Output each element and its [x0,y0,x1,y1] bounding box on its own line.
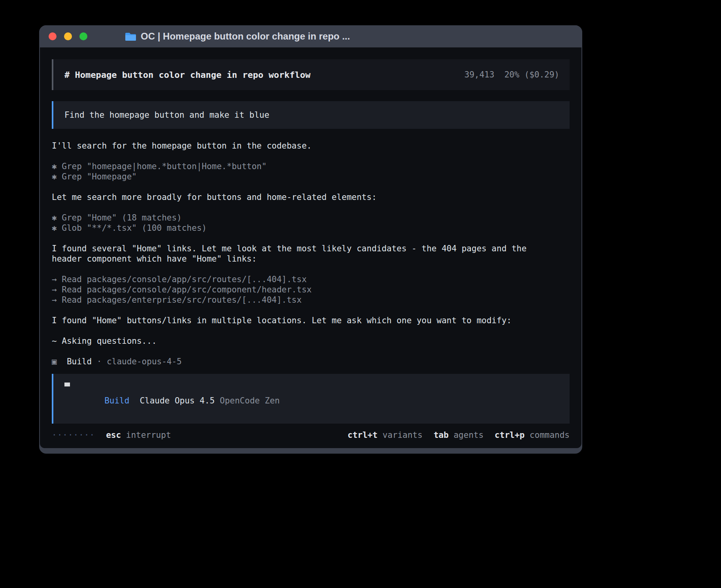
shortcut-key: tab [434,430,449,440]
terminal-line [52,233,570,243]
terminal-line: → Read packages/enterprise/src/routes/[.… [52,295,570,305]
esc-key-hint: esc [106,430,121,440]
terminal-line: → Read packages/console/app/src/componen… [52,285,570,295]
terminal-line: ✱ Grep "homepage|home.*button|Home.*butt… [52,161,570,172]
minimize-button[interactable] [64,32,72,40]
terminal-content: # Homepage button color change in repo w… [40,47,581,448]
spinner-dots: ········ [52,430,95,440]
prompt-input[interactable]: BuildClaude Opus 4.5OpenCode Zen [52,374,570,424]
terminal-text-segment: I found several "Home" links. Let me loo… [52,244,527,253]
shortcut-variants: ctrl+t variants [347,430,423,440]
terminal-text-segment: ✱ Grep "Homepage" [52,172,137,181]
terminal-text-segment: ✱ Grep "homepage|home.*button|Home.*butt… [52,162,267,171]
terminal-line: I'll search for the homepage button in t… [52,141,570,151]
shortcut-label: commands [525,430,570,440]
interrupt-label: interrupt [121,430,171,440]
terminal-line: ✱ Grep "Homepage" [52,172,570,182]
window-titlebar[interactable]: OC | Homepage button color change in rep… [39,25,582,47]
terminal-text-segment: ✱ Glob "**/*.tsx" (100 matches) [52,223,207,233]
mode-label[interactable]: Build [104,396,129,405]
terminal-text-segment: Build [57,357,92,366]
shortcut-key: ctrl+p [495,430,525,440]
zoom-button[interactable] [79,32,87,40]
close-button[interactable] [49,32,57,40]
terminal-text-segment: header component which have "Home" links… [52,254,257,264]
terminal-line: ✱ Glob "**/*.tsx" (100 matches) [52,223,570,233]
user-message-block: Find the homepage button and make it blu… [52,101,570,129]
provider-name: OpenCode Zen [220,396,280,405]
session-stats: 39,413 20% ($0.29) [464,70,559,79]
window-title-group: OC | Homepage button color change in rep… [125,31,350,42]
terminal-line: header component which have "Home" links… [52,254,570,264]
user-message-text: Find the homepage button and make it blu… [64,110,269,120]
shortcut-key: ctrl+t [347,430,377,440]
shortcut-label: variants [377,430,423,440]
terminal-text-segment: ✱ Grep "Home" (18 matches) [52,213,182,222]
status-bar: ········ esc interrupt ctrl+t variantsta… [52,429,570,441]
terminal-line: I found "Home" buttons/links in multiple… [52,315,570,326]
terminal-window: OC | Homepage button color change in rep… [39,25,582,454]
terminal-line [52,305,570,315]
shortcut-agents: tab agents [434,430,483,440]
session-title: # Homepage button color change in repo w… [64,70,311,80]
terminal-line: Let me search more broadly for buttons a… [52,192,570,202]
status-shortcuts: ctrl+t variantstab agentsctrl+p commands [347,430,570,440]
terminal-line: → Read packages/console/app/src/routes/[… [52,274,570,285]
shortcut-commands: ctrl+p commands [495,430,570,440]
terminal-line: ~ Asking questions... [52,336,570,346]
assistant-output: I'll search for the homepage button in t… [52,141,570,367]
input-mode-line: BuildClaude Opus 4.5OpenCode Zen [64,386,559,415]
terminal-line: I found several "Home" links. Let me loo… [52,243,570,254]
terminal-line [52,202,570,213]
terminal-text-segment: ~ Asking questions... [52,336,157,346]
status-left: ········ esc interrupt [52,430,171,440]
traffic-lights [49,32,87,40]
terminal-text-segment: · claude-opus-4-5 [92,357,182,366]
terminal-line: ✱ Grep "Home" (18 matches) [52,213,570,223]
terminal-line [52,151,570,161]
terminal-line [52,346,570,356]
desktop: { "window": { "title": "OC | Homepage bu… [0,0,721,588]
terminal-text-segment: → Read packages/enterprise/src/routes/[.… [52,295,302,305]
terminal-line: ▣ Build · claude-opus-4-5 [52,356,570,367]
terminal-text-segment: Let me search more broadly for buttons a… [52,192,377,202]
terminal-text-segment: I found "Home" buttons/links in multiple… [52,316,511,325]
interrupt-hint: esc interrupt [106,430,171,440]
window-title: OC | Homepage button color change in rep… [141,31,350,42]
text-cursor [64,383,70,386]
terminal-text-segment: I'll search for the homepage button in t… [52,141,311,151]
model-name: Claude Opus 4.5 [140,396,215,405]
terminal-line [52,326,570,336]
terminal-text-segment: → Read packages/console/app/src/routes/[… [52,275,307,284]
terminal-line [52,182,570,192]
terminal-text-segment: ▣ [52,357,57,366]
terminal-line [52,264,570,274]
terminal-text-segment: → Read packages/console/app/src/componen… [52,285,311,294]
session-header: # Homepage button color change in repo w… [52,59,570,90]
folder-icon [125,32,136,41]
shortcut-label: agents [449,430,484,440]
